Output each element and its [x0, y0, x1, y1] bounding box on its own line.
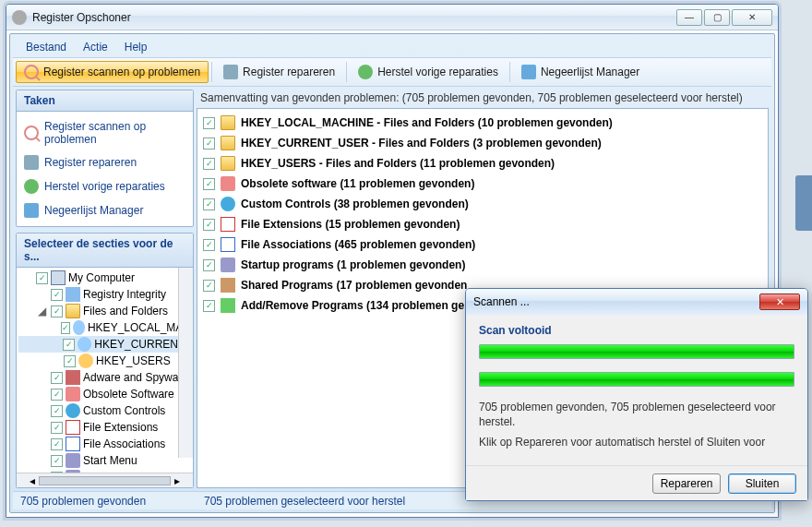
tree-checkbox[interactable]: ✓ — [51, 422, 63, 434]
toolbar-btn-3[interactable]: Negeerlijst Manager — [513, 61, 648, 83]
tree-checkbox[interactable]: ✓ — [51, 389, 63, 401]
result-checkbox[interactable]: ✓ — [203, 239, 215, 251]
tree-label: File Extensions — [83, 421, 158, 434]
tree-node-4[interactable]: ✓HKEY_CURRENT_ — [18, 336, 191, 353]
tree-node-7[interactable]: ✓Obsolete Software — [18, 386, 191, 402]
tree-checkbox[interactable]: ✓ — [51, 289, 63, 301]
toolbar-label: Negeerlijst Manager — [541, 66, 639, 78]
result-checkbox[interactable]: ✓ — [203, 117, 215, 129]
tree-twisty[interactable]: ◢ — [35, 305, 48, 317]
result-checkbox[interactable]: ✓ — [203, 219, 215, 231]
result-row-3[interactable]: ✓Obsolete software (11 problemen gevonde… — [201, 174, 764, 194]
result-row-2[interactable]: ✓HKEY_USERS - Files and Folders (11 prob… — [201, 153, 764, 174]
result-row-0[interactable]: ✓HKEY_LOCAL_MACHINE - Files and Folders … — [201, 113, 764, 133]
task-3[interactable]: Negeerlijst Manager — [20, 198, 189, 222]
result-icon — [221, 176, 235, 191]
dialog-close-button[interactable]: ✕ — [759, 293, 800, 310]
summary-text: Samenvatting van gevonden problemen: (70… — [197, 90, 769, 106]
tree-icon — [66, 370, 80, 385]
tree-checkbox[interactable]: ✓ — [51, 372, 63, 384]
tree-checkbox[interactable]: ✓ — [64, 355, 76, 367]
toolbar-icon — [24, 65, 39, 79]
result-checkbox[interactable]: ✓ — [203, 178, 215, 190]
repair-button[interactable]: Repareren — [652, 473, 721, 494]
task-label: Herstel vorige reparaties — [44, 180, 165, 193]
result-row-4[interactable]: ✓Custom Controls (38 problemen gevonden) — [201, 194, 764, 214]
menu-actie[interactable]: Actie — [76, 39, 115, 55]
menu-help[interactable]: Help — [117, 39, 155, 55]
toolbar-btn-1[interactable]: Register repareren — [215, 61, 343, 83]
result-checkbox[interactable]: ✓ — [203, 138, 215, 150]
task-0[interactable]: Register scannen op problemen — [20, 115, 189, 150]
progress-bar-1 — [479, 344, 794, 359]
tree-checkbox[interactable]: ✓ — [36, 272, 48, 284]
tree-icon — [66, 420, 80, 435]
result-text: Shared Programs (17 problemen gevonden — [241, 279, 467, 292]
result-checkbox[interactable]: ✓ — [203, 158, 215, 170]
dialog-text-2: Klik op Repareren voor automatisch herst… — [479, 435, 794, 449]
result-text: HKEY_CURRENT_USER - Files and Folders (3… — [241, 137, 602, 150]
result-row-7[interactable]: ✓Startup programs (1 problemen gevonden) — [201, 255, 764, 275]
result-text: HKEY_USERS - Files and Folders (11 probl… — [241, 157, 555, 170]
tree-label: File Associations — [83, 437, 165, 450]
dialog-titlebar[interactable]: Scannen ... ✕ — [466, 289, 807, 315]
tree-icon — [66, 287, 80, 302]
maximize-button[interactable]: ▢ — [704, 9, 730, 26]
close-dialog-button[interactable]: Sluiten — [728, 473, 796, 494]
tree-checkbox[interactable]: ✓ — [51, 472, 63, 473]
tree-node-5[interactable]: ✓HKEY_USERS — [18, 353, 191, 369]
tree-checkbox[interactable]: ✓ — [51, 438, 63, 450]
tree-node-0[interactable]: ✓My Computer — [18, 269, 191, 286]
tree-node-12[interactable]: ✓Startup Programs — [18, 469, 191, 473]
result-row-1[interactable]: ✓HKEY_CURRENT_USER - Files and Folders (… — [201, 133, 764, 153]
result-icon — [221, 136, 235, 150]
tree-icon — [66, 304, 80, 318]
tree[interactable]: ✓My Computer✓Registry Integrity◢✓Files a… — [17, 268, 193, 473]
tree-node-9[interactable]: ✓File Extensions — [18, 419, 191, 436]
toolbar: Register scannen op problemenRegister re… — [13, 57, 771, 87]
close-button[interactable]: ✕ — [732, 9, 772, 26]
result-checkbox[interactable]: ✓ — [203, 259, 215, 271]
menu-bestand[interactable]: Bestand — [18, 39, 74, 55]
status-left: 705 problemen gevonden — [13, 493, 197, 509]
tree-node-2[interactable]: ◢✓Files and Folders — [18, 303, 191, 319]
result-row-6[interactable]: ✓File Associations (465 problemen gevond… — [201, 234, 764, 255]
result-row-5[interactable]: ✓File Extensions (15 problemen gevonden) — [201, 214, 764, 234]
tree-checkbox[interactable]: ✓ — [61, 322, 71, 334]
task-2[interactable]: Herstel vorige reparaties — [20, 174, 189, 198]
result-icon — [221, 115, 235, 130]
tree-node-1[interactable]: ✓Registry Integrity — [18, 286, 191, 303]
tree-node-6[interactable]: ✓Adware and Spyware — [18, 369, 191, 386]
tree-scrollbar-h[interactable]: ◂ ▸ — [17, 473, 193, 487]
toolbar-icon — [358, 65, 373, 79]
result-checkbox[interactable]: ✓ — [203, 198, 215, 210]
tree-checkbox[interactable]: ✓ — [51, 305, 63, 317]
tree-icon — [78, 353, 93, 368]
tree-icon — [51, 270, 66, 285]
task-1[interactable]: Register repareren — [20, 150, 189, 174]
tree-checkbox[interactable]: ✓ — [63, 339, 75, 351]
titlebar[interactable]: Register Opschoner — ▢ ✕ — [6, 5, 778, 30]
dialog-text-1: 705 problemen gevonden, 705 problemen ge… — [479, 400, 794, 429]
toolbar-btn-2[interactable]: Herstel vorige reparaties — [350, 61, 507, 83]
scan-dialog: Scannen ... ✕ Scan voltooid 705 probleme… — [465, 288, 808, 501]
tree-scrollbar-v[interactable] — [178, 268, 193, 458]
tree-node-3[interactable]: ✓HKEY_LOCAL_MAC — [18, 319, 191, 336]
dialog-title: Scannen ... — [473, 295, 759, 308]
tree-node-8[interactable]: ✓Custom Controls — [18, 402, 191, 419]
result-text: HKEY_LOCAL_MACHINE - Files and Folders (… — [241, 116, 613, 129]
result-text: Startup programs (1 problemen gevonden) — [241, 258, 465, 271]
tree-node-10[interactable]: ✓File Associations — [18, 436, 191, 452]
tree-body: ✓My Computer✓Registry Integrity◢✓Files a… — [17, 268, 193, 473]
result-checkbox[interactable]: ✓ — [203, 300, 215, 312]
tree-node-11[interactable]: ✓Start Menu — [18, 452, 191, 469]
tree-checkbox[interactable]: ✓ — [51, 455, 63, 467]
minimize-button[interactable]: — — [676, 9, 702, 26]
tree-icon — [66, 437, 80, 451]
result-checkbox[interactable]: ✓ — [203, 280, 215, 292]
tree-label: Start Menu — [83, 454, 137, 467]
tree-checkbox[interactable]: ✓ — [51, 405, 63, 417]
toolbar-btn-0[interactable]: Register scannen op problemen — [16, 61, 209, 83]
toolbar-label: Register repareren — [243, 66, 335, 78]
progress-bar-2 — [479, 372, 794, 387]
